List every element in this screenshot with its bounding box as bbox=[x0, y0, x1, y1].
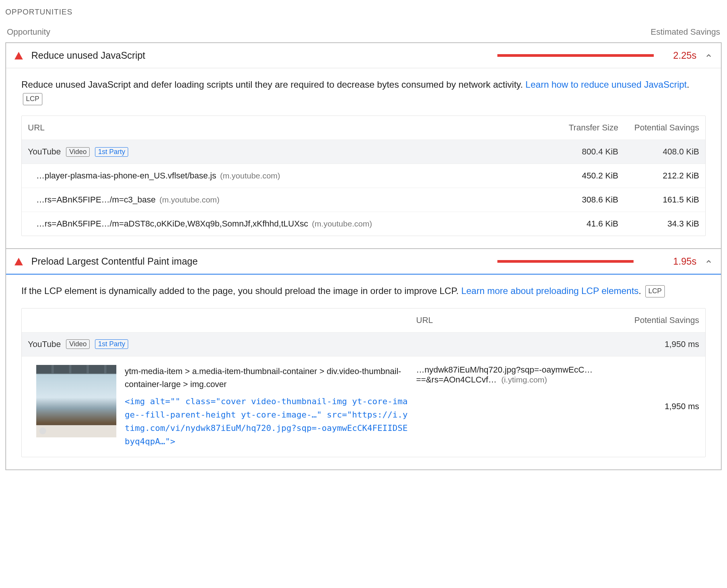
row-url-domain: (m.youtube.com) bbox=[220, 171, 280, 180]
table-row: …player-plasma-ias-phone-en_US.vflset/ba… bbox=[22, 164, 705, 188]
audit-body: If the LCP element is dynamically added … bbox=[6, 275, 721, 469]
node-selector: ytm-media-item > a.media-item-thumbnail-… bbox=[125, 365, 412, 391]
group-name: YouTube bbox=[28, 147, 61, 157]
lcp-badge: LCP bbox=[645, 285, 665, 297]
savings-bar-fill bbox=[497, 54, 654, 57]
desc-text: If the LCP element is dynamically added … bbox=[21, 286, 461, 296]
row-transfer: 41.6 KiB bbox=[542, 219, 618, 229]
learn-more-link[interactable]: Learn more about preloading LCP elements bbox=[461, 286, 639, 296]
audit-header[interactable]: Reduce unused JavaScript 2.25s bbox=[6, 43, 721, 68]
audit-preload-lcp-image: Preload Largest Contentful Paint image 1… bbox=[6, 248, 721, 469]
desc-suffix: . bbox=[639, 286, 641, 296]
audit-header[interactable]: Preload Largest Contentful Paint image 1… bbox=[6, 249, 721, 275]
chevron-up-icon[interactable] bbox=[705, 52, 713, 59]
section-title: OPPORTUNITIES bbox=[5, 8, 722, 16]
row-url-text: …rs=ABnK5FIPE…/m=aDST8c,oKKiDe,W8Xq9b,So… bbox=[36, 219, 308, 229]
row-url-line1: …nydwk87iEuM/hq720.jpg?sqp=-oaymwEcC… bbox=[416, 365, 611, 375]
col-savings-header: Potential Savings bbox=[623, 315, 699, 325]
row-url: …player-plasma-ias-phone-en_US.vflset/ba… bbox=[28, 171, 537, 181]
audit-title: Reduce unused JavaScript bbox=[31, 50, 145, 61]
row-url: …rs=ABnK5FIPE…/m=c3_base (m.youtube.com) bbox=[28, 195, 537, 205]
row-savings: 34.3 KiB bbox=[623, 219, 699, 229]
row-savings: 161.5 KiB bbox=[623, 195, 699, 205]
opportunities-card: Reduce unused JavaScript 2.25s Reduce un… bbox=[5, 42, 722, 470]
table-row: …rs=ABnK5FIPE…/m=aDST8c,oKKiDe,W8Xq9b,So… bbox=[22, 212, 705, 236]
savings-value: 1.95s bbox=[662, 256, 696, 267]
row-url-text: …rs=ABnK5FIPE…/m=c3_base bbox=[36, 195, 156, 205]
row-transfer: 308.6 KiB bbox=[542, 195, 618, 205]
row-url-domain: (m.youtube.com) bbox=[159, 195, 220, 204]
lcp-badge: LCP bbox=[23, 93, 42, 105]
audit-description: If the LCP element is dynamically added … bbox=[21, 284, 706, 298]
audit-reduce-unused-js: Reduce unused JavaScript 2.25s Reduce un… bbox=[6, 43, 721, 248]
group-savings: 1,950 ms bbox=[623, 339, 699, 349]
group-tag-video: Video bbox=[66, 147, 90, 157]
details-table: URL Transfer Size Potential Savings YouT… bbox=[21, 116, 706, 236]
savings-bar bbox=[497, 54, 654, 57]
row-savings: 1,950 ms bbox=[623, 402, 699, 411]
row-transfer: 450.2 KiB bbox=[542, 171, 618, 181]
desc-text: Reduce unused JavaScript and defer loadi… bbox=[21, 79, 526, 90]
audit-description: Reduce unused JavaScript and defer loadi… bbox=[21, 77, 706, 106]
savings-bar-fill bbox=[497, 260, 634, 263]
row-savings: 212.2 KiB bbox=[623, 171, 699, 181]
fail-triangle-icon bbox=[14, 52, 23, 59]
learn-more-link[interactable]: Learn how to reduce unused JavaScript bbox=[526, 79, 687, 90]
row-url: …nydwk87iEuM/hq720.jpg?sqp=-oaymwEcC… ==… bbox=[416, 365, 618, 385]
audit-title: Preload Largest Contentful Paint image bbox=[31, 256, 198, 267]
table-group-row: YouTube Video 1st Party 800.4 KiB 408.0 … bbox=[22, 140, 705, 164]
group-tag-1stparty: 1st Party bbox=[95, 339, 128, 349]
row-url-text: …player-plasma-ias-phone-en_US.vflset/ba… bbox=[36, 171, 216, 181]
row-url: …rs=ABnK5FIPE…/m=aDST8c,oKKiDe,W8Xq9b,So… bbox=[28, 219, 537, 229]
desc-suffix: . bbox=[687, 79, 690, 90]
col-url-header: URL bbox=[28, 123, 537, 133]
savings-value: 2.25s bbox=[662, 50, 696, 61]
details-table: URL Potential Savings YouTube Video 1st … bbox=[21, 308, 706, 457]
opportunities-header-row: Opportunity Estimated Savings bbox=[7, 27, 720, 37]
audit-body: Reduce unused JavaScript and defer loadi… bbox=[6, 68, 721, 248]
col-savings-header: Potential Savings bbox=[623, 123, 699, 133]
savings-bar bbox=[497, 260, 654, 263]
col-transfer-header: Transfer Size bbox=[542, 123, 618, 133]
row-url-domain: (m.youtube.com) bbox=[312, 219, 372, 228]
node-thumbnail bbox=[36, 365, 116, 437]
table-row: ytm-media-item > a.media-item-thumbnail-… bbox=[22, 356, 705, 457]
header-estimated-savings: Estimated Savings bbox=[651, 27, 720, 37]
group-savings: 408.0 KiB bbox=[623, 147, 699, 157]
header-opportunity: Opportunity bbox=[7, 27, 50, 37]
node-details: ytm-media-item > a.media-item-thumbnail-… bbox=[116, 365, 412, 448]
table-row: …rs=ABnK5FIPE…/m=c3_base (m.youtube.com)… bbox=[22, 188, 705, 212]
row-url-domain: (i.ytimg.com) bbox=[501, 375, 547, 384]
chevron-up-icon[interactable] bbox=[705, 258, 713, 265]
table-header: URL Potential Savings bbox=[22, 308, 705, 332]
group-label: YouTube Video 1st Party bbox=[28, 339, 618, 349]
group-name: YouTube bbox=[28, 339, 61, 349]
group-transfer: 800.4 KiB bbox=[542, 147, 618, 157]
col-url-header: URL bbox=[416, 315, 618, 325]
group-tag-1stparty: 1st Party bbox=[95, 147, 128, 157]
table-header: URL Transfer Size Potential Savings bbox=[22, 116, 705, 140]
row-url-line2: ==&rs=AOn4CLCvf… bbox=[416, 375, 497, 384]
group-label: YouTube Video 1st Party bbox=[28, 147, 537, 157]
node-html-snippet: <img alt="" class="cover video-thumbnail… bbox=[125, 395, 412, 448]
group-tag-video: Video bbox=[66, 339, 90, 349]
fail-triangle-icon bbox=[14, 258, 23, 265]
table-group-row: YouTube Video 1st Party 1,950 ms bbox=[22, 332, 705, 356]
